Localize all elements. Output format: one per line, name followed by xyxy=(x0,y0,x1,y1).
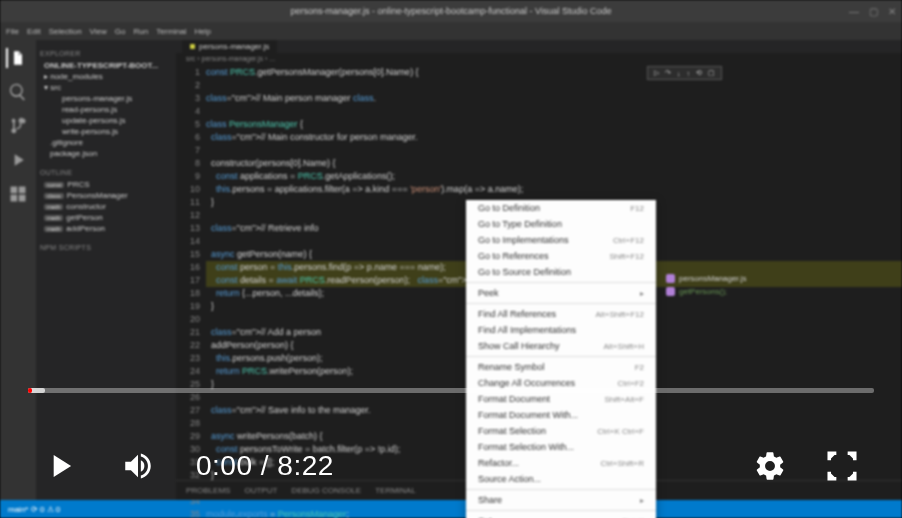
maximize-icon: ▢ xyxy=(869,6,878,17)
context-menu-item: Go to Type Definition xyxy=(466,216,656,232)
context-menu-item: Format SelectionCtrl+K Ctrl+F xyxy=(466,423,656,439)
context-menu-item: Share▸ xyxy=(466,492,656,508)
code-line: class PersonsManager { xyxy=(206,118,902,131)
suggestion-icon xyxy=(666,287,675,296)
vscode-titlebar: persons-manager.js - online-typescript-b… xyxy=(0,0,902,22)
context-menu-item: Format Document With... xyxy=(466,407,656,423)
outline-item: classPersonsManager xyxy=(40,190,172,201)
vscode-menubar: FileEditSelectionViewGoRunTerminalHelp xyxy=(0,22,902,40)
menu-edit: Edit xyxy=(27,27,41,36)
code-line: class="cm">// Main person manager class. xyxy=(206,92,902,105)
minimize-icon: — xyxy=(849,6,859,17)
code-line: constructor(persons[0].Name) { xyxy=(206,157,902,170)
sidebar-item: read-persons.js xyxy=(40,104,172,115)
code-line: const applications = PRCS.getApplication… xyxy=(206,170,902,183)
code-line xyxy=(206,105,902,118)
context-menu-item: Show Call HierarchyAlt+Shift+H xyxy=(466,338,656,354)
code-line: class="cm">// Main constructor for perso… xyxy=(206,131,902,144)
menu-terminal: Terminal xyxy=(156,27,186,36)
context-menu-item: Refactor...Ctrl+Shift+R xyxy=(466,455,656,471)
context-menu-item: CutCtrl+X xyxy=(466,513,656,518)
suggestion-2: getPersons(); xyxy=(679,287,727,296)
context-menu-item: Format Selection With... xyxy=(466,439,656,455)
context-menu-item: Change All OccurrencesCtrl+F2 xyxy=(466,375,656,391)
window-buttons: — ▢ ✕ xyxy=(849,6,896,17)
code-line: this.persons = applications.filter(a => … xyxy=(206,183,902,196)
suggestion-1: personsManager.js xyxy=(679,274,747,283)
context-menu-item: Rename SymbolF2 xyxy=(466,359,656,375)
menu-help: Help xyxy=(194,27,210,36)
editor-tabs: persons-manager.js xyxy=(176,40,902,53)
sidebar-item: ▾ src xyxy=(40,82,172,93)
js-file-icon xyxy=(190,44,195,49)
explorer-header: EXPLORER xyxy=(40,50,172,57)
menu-selection: Selection xyxy=(49,27,82,36)
panel-tab: TERMINAL xyxy=(375,486,415,495)
context-menu-item: Go to ReferencesShift+F12 xyxy=(466,248,656,264)
npm-scripts-header: NPM SCRIPTS xyxy=(40,244,172,251)
menu-file: File xyxy=(6,27,19,36)
code-line xyxy=(206,79,902,92)
window-title: persons-manager.js - online-typescript-b… xyxy=(291,6,612,16)
panel-tab: PROBLEMS xyxy=(186,486,230,495)
sidebar-item: persons-manager.js xyxy=(40,93,172,104)
video-content: persons-manager.js - online-typescript-b… xyxy=(0,0,902,518)
extensions-icon xyxy=(8,184,28,204)
context-menu-item: Go to DefinitionF12 xyxy=(466,200,656,216)
outline-item: constPRCS xyxy=(40,179,172,190)
sidebar-item: update-persons.js xyxy=(40,115,172,126)
sidebar-item: package.json xyxy=(40,148,172,159)
outline-item: methgetPerson xyxy=(40,212,172,223)
context-menu-item: Find All ReferencesAlt+Shift+F12 xyxy=(466,306,656,322)
sidebar-root: ONLINE-TYPESCRIPT-BOOT... xyxy=(40,60,172,71)
debug-icon xyxy=(8,150,28,170)
panel-tab: DEBUG CONSOLE xyxy=(291,486,361,495)
code-line: const PRCS.getPersonsManager(persons[0].… xyxy=(206,66,902,79)
activity-bar xyxy=(0,40,36,500)
files-icon xyxy=(6,48,26,68)
outline-header: OUTLINE xyxy=(40,169,172,176)
status-left: main* ⟳ 0 ⚠ 0 xyxy=(8,505,60,514)
sidebar-item: write-persons.js xyxy=(40,126,172,137)
outline-item: methaddPerson xyxy=(40,223,172,234)
search-icon xyxy=(8,82,28,102)
editor-group: persons-manager.js src › persons-manager… xyxy=(176,40,902,500)
panel-tab: OUTPUT xyxy=(244,486,277,495)
context-menu-item: Source Action... xyxy=(466,471,656,487)
tab-label: persons-manager.js xyxy=(199,42,269,51)
sidebar-item: .gitignore xyxy=(40,137,172,148)
context-menu-item: Format DocumentShift+Alt+F xyxy=(466,391,656,407)
code-line xyxy=(206,144,902,157)
suggestion-popup: personsManager.js getPersons(); xyxy=(666,272,747,298)
suggestion-icon xyxy=(666,274,675,283)
context-menu-item: Peek▸ xyxy=(466,285,656,301)
menu-run: Run xyxy=(133,27,148,36)
context-menu-item: Go to Source Definition xyxy=(466,264,656,280)
source-control-icon xyxy=(8,116,28,136)
context-menu-item: Find All Implementations xyxy=(466,322,656,338)
sidebar-item: ▸ node_modules xyxy=(40,71,172,82)
menu-go: Go xyxy=(115,27,126,36)
context-menu: Go to DefinitionF12Go to Type Definition… xyxy=(466,200,656,518)
explorer-sidebar: EXPLORER ONLINE-TYPESCRIPT-BOOT... ▸ nod… xyxy=(36,40,176,500)
context-menu-item: Go to ImplementationsCtrl+F12 xyxy=(466,232,656,248)
close-icon: ✕ xyxy=(888,6,896,17)
breadcrumb: src › persons-manager.js › ... xyxy=(176,53,902,64)
tab-persons-manager: persons-manager.js xyxy=(182,40,277,53)
outline-item: methconstructor xyxy=(40,201,172,212)
menu-view: View xyxy=(90,27,107,36)
